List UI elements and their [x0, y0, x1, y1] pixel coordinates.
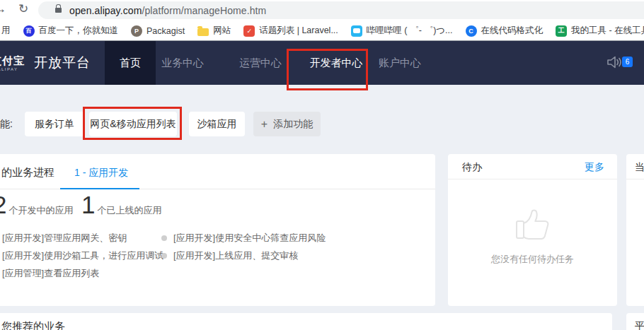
checklist-text: [应用开发]使用安全中心筛查应用风险	[173, 232, 326, 244]
bookmark-bilibili[interactable]: 哔哩哔哩 ( ゜- ゜)つ...	[351, 25, 453, 37]
bookmark-code-formatter[interactable]: C在线代码格式化	[466, 25, 544, 37]
todo-title: 待办	[462, 161, 482, 174]
todo-card: 待办 更多 您没有任何待办任务	[448, 154, 617, 306]
bookmark-label: 在线代码格式化	[481, 25, 544, 37]
bookmark-label: 话题列表 | Laravel...	[259, 25, 338, 37]
service-order-button[interactable]: 服务订单	[25, 112, 84, 136]
checklist-item: [应用开发]使用沙箱工具，进行应用调试	[0, 249, 163, 262]
logo-product-text: 开放平台	[34, 54, 91, 72]
bottom-right-title-partial: 平	[635, 320, 644, 330]
card-header: 的业务进程 1 - 应用开发	[0, 154, 435, 189]
bookmark-website-folder[interactable]: 网站	[197, 25, 231, 37]
bilibili-icon	[351, 25, 362, 37]
bookmark-baidu[interactable]: 百百度一下，你就知道	[23, 25, 119, 37]
checklist-item: [应用开发]管理应用网关、密钥	[0, 232, 127, 244]
annotation-box-developer-center	[287, 49, 368, 90]
learnku-icon: ✓	[243, 25, 255, 37]
notification-badge[interactable]: 6	[622, 57, 633, 67]
todo-more-link[interactable]: 更多	[585, 161, 604, 174]
alipay-logo[interactable]: 支付宝 ALIPAY 开放平台	[0, 41, 91, 85]
thumbs-up-icon	[512, 202, 553, 244]
quickbar-label: 能:	[0, 118, 13, 131]
lock-icon[interactable]	[55, 8, 62, 13]
bookmarks-bar: 用 百百度一下，你就知道 PPackagist 网站 ✓话题列表 | Larav…	[0, 22, 644, 40]
add-function-label: 添加功能	[273, 118, 313, 131]
packagist-icon: P	[131, 25, 142, 37]
url-text[interactable]: open.alipay.com/platform/manageHome.htm	[69, 5, 266, 16]
business-progress-card: 的业务进程 1 - 应用开发 2 个开发中的应用 1 个已上线的应用 [应用开发…	[0, 154, 435, 306]
right-card-header: 当	[626, 154, 644, 179]
tools-icon: 工	[556, 25, 567, 37]
logo-cn-text: 支付宝	[0, 55, 25, 66]
folder-icon	[197, 28, 209, 36]
baidu-icon: 百	[23, 25, 35, 37]
bookmark-label: 我的工具 - 在线工具	[571, 25, 644, 37]
stat-value: 1	[81, 191, 95, 219]
stat-online-apps: 1 个已上线的应用	[81, 191, 161, 219]
tab-app-development[interactable]: 1 - 应用开发	[74, 167, 128, 179]
logo-en-text: ALIPAY	[0, 67, 18, 71]
business-progress-title: 的业务进程	[1, 166, 54, 179]
bullet-icon	[161, 235, 167, 241]
bullet-icon	[161, 253, 167, 259]
checklist-item: [应用开发]使用安全中心筛查应用风险	[161, 232, 326, 244]
url-path: /platform/manageHome.htm	[142, 5, 266, 16]
checklist-text: [应用开发]上线应用、提交审核	[173, 249, 298, 262]
bookmark-my-tools[interactable]: 工我的工具 - 在线工具	[556, 25, 644, 37]
alipay-open-platform-screenshot: → ↻ open.alipay.com/platform/manageHome.…	[0, 0, 644, 330]
reload-icon[interactable]: ↻	[18, 1, 28, 16]
address-bar[interactable]: open.alipay.com/platform/manageHome.htm	[38, 1, 644, 19]
active-tab-underline	[60, 188, 139, 189]
stat-value: 2	[0, 191, 6, 219]
bookmark-label: 用	[1, 25, 11, 37]
speaker-icon[interactable]	[606, 55, 622, 72]
nav-item-business-center[interactable]: 业务中心	[158, 41, 207, 85]
nav-item-operation-center[interactable]: 运营中心	[236, 41, 285, 85]
stat-label: 个开发中的应用	[8, 204, 73, 217]
stat-developing-apps: 2 个开发中的应用	[0, 191, 73, 219]
bookmark-partial[interactable]: 用	[1, 25, 11, 37]
bookmark-label: 网站	[213, 25, 231, 37]
checklist-text: [应用开发]管理应用网关、密钥	[2, 232, 127, 244]
bookmark-laravel-topics[interactable]: ✓话题列表 | Laravel...	[243, 25, 338, 37]
forward-icon[interactable]: →	[0, 1, 6, 16]
stat-label: 个已上线的应用	[97, 204, 161, 217]
recommended-business-title: 您推荐的业务	[1, 320, 65, 330]
todo-empty-state: 您没有任何待办任务	[448, 179, 617, 306]
bookmark-label: 百度一下，你就知道	[39, 25, 119, 37]
sandbox-app-button[interactable]: 沙箱应用	[189, 112, 245, 136]
checklist-text: [应用开发]使用沙箱工具，进行应用调试	[2, 249, 163, 262]
annotation-box-web-mobile-app-list	[83, 107, 182, 140]
right-side-card: 当	[626, 154, 644, 306]
nav-item-home[interactable]: 首页	[105, 41, 156, 85]
bookmark-label: 哔哩哔哩 ( ゜- ゜)つ...	[367, 25, 453, 37]
browser-chrome: → ↻ open.alipay.com/platform/manageHome.…	[0, 0, 644, 41]
recommended-business-card: 您推荐的业务	[0, 313, 612, 330]
right-card-title-partial: 当	[635, 161, 644, 174]
bottom-right-card: 平	[626, 313, 644, 330]
plus-icon: +	[261, 118, 268, 131]
checklist-item: [应用开发]上线应用、提交审核	[161, 249, 298, 262]
url-host: open.alipay.com	[69, 5, 142, 16]
nav-item-account-center[interactable]: 账户中心	[377, 41, 422, 85]
bookmark-packagist[interactable]: PPackagist	[131, 25, 185, 37]
todo-header: 待办 更多	[448, 154, 617, 179]
add-function-button[interactable]: + 添加功能	[253, 112, 321, 136]
checklist-item: [应用管理]查看应用列表	[0, 267, 99, 280]
checklist-text: [应用管理]查看应用列表	[2, 267, 99, 280]
todo-empty-text: 您没有任何待办任务	[491, 253, 574, 266]
bookmark-label: Packagist	[146, 26, 185, 36]
code-format-icon: C	[466, 25, 477, 37]
